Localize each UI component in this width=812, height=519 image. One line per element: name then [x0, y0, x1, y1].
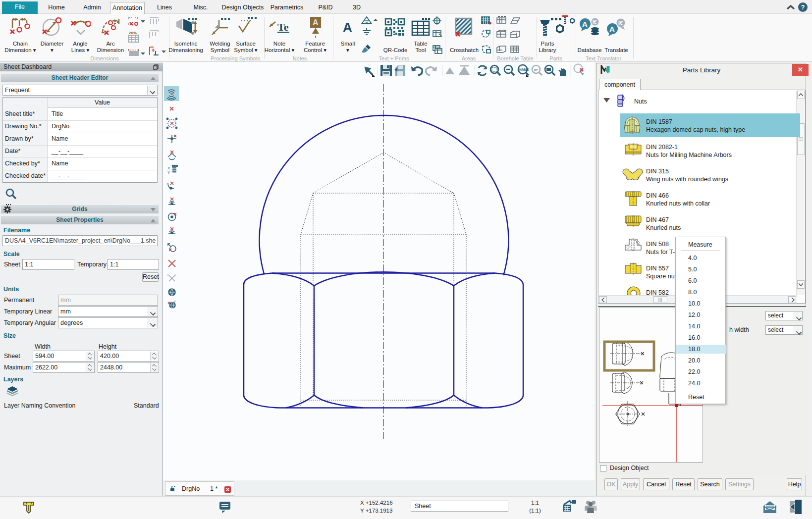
svg-text:A: A: [609, 25, 615, 33]
svg-text:I€: I€: [618, 20, 623, 26]
svg-text:20%: 20%: [129, 31, 137, 35]
svg-text:X: X: [167, 274, 169, 277]
svg-text:X: X: [167, 166, 170, 170]
svg-text:Te: Te: [277, 21, 289, 33]
svg-text:Y: Y: [174, 300, 176, 303]
svg-text:I€: I€: [593, 19, 597, 25]
svg-text:A: A: [343, 20, 352, 35]
svg-text:A: A: [582, 20, 588, 28]
svg-text:A: A: [313, 18, 319, 27]
svg-text:Y: Y: [167, 170, 170, 175]
svg-text:NAME: NAME: [519, 68, 529, 71]
svg-text:Y: Y: [174, 274, 176, 277]
